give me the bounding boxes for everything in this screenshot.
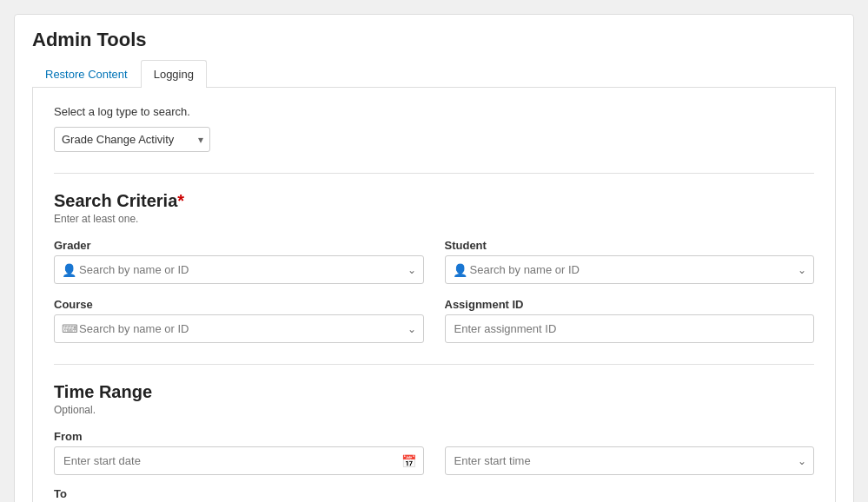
- grader-person-icon: 👤: [62, 263, 76, 277]
- tab-logging[interactable]: Logging: [141, 60, 207, 88]
- from-row: From 📅 ⌄: [54, 430, 814, 475]
- from-grid: 📅 ⌄: [54, 446, 814, 475]
- admin-tools-panel: Admin Tools Restore Content Logging Sele…: [14, 14, 854, 502]
- tab-bar: Restore Content Logging: [32, 60, 836, 88]
- student-person-icon: 👤: [453, 263, 467, 277]
- time-range-subtitle: Optional.: [54, 404, 814, 416]
- assignment-id-input[interactable]: [445, 314, 815, 343]
- criteria-form-grid: Grader 👤 ⌄ Student 👤 ⌄: [54, 239, 814, 343]
- log-type-section: Select a log type to search. Grade Chang…: [54, 105, 814, 152]
- course-label: Course: [54, 298, 424, 311]
- start-date-input[interactable]: [55, 447, 423, 474]
- start-time-input[interactable]: [446, 447, 814, 474]
- to-label: To: [54, 487, 814, 500]
- time-range-section: Time Range Optional. From 📅 ⌄: [54, 382, 814, 502]
- grader-input-wrapper[interactable]: 👤 ⌄: [54, 255, 424, 284]
- assignment-id-label: Assignment ID: [445, 298, 815, 311]
- main-panel: Select a log type to search. Grade Chang…: [32, 88, 836, 502]
- from-label: From: [54, 430, 814, 443]
- log-type-select-wrapper: Grade Change Activity: [54, 127, 210, 152]
- log-type-select[interactable]: Grade Change Activity: [54, 127, 210, 152]
- start-date-wrapper[interactable]: 📅: [54, 446, 424, 475]
- course-input[interactable]: [55, 315, 423, 342]
- assignment-id-field: Assignment ID: [445, 298, 815, 343]
- course-monitor-icon: ⌨: [62, 322, 78, 335]
- grader-label: Grader: [54, 239, 424, 252]
- criteria-title: Search Criteria*: [54, 191, 814, 211]
- start-time-wrapper[interactable]: ⌄: [445, 446, 815, 475]
- course-field: Course ⌨ ⌄: [54, 298, 424, 343]
- page-title: Admin Tools: [32, 29, 836, 51]
- tab-restore-content[interactable]: Restore Content: [32, 60, 141, 88]
- criteria-subtitle: Enter at least one.: [54, 213, 814, 225]
- grader-field: Grader 👤 ⌄: [54, 239, 424, 284]
- log-type-heading: Select a log type to search.: [54, 105, 814, 118]
- grader-input[interactable]: [55, 256, 423, 283]
- section-divider: [54, 173, 814, 174]
- student-input[interactable]: [446, 256, 814, 283]
- student-label: Student: [445, 239, 815, 252]
- time-range-title: Time Range: [54, 382, 814, 402]
- student-input-wrapper[interactable]: 👤 ⌄: [445, 255, 815, 284]
- search-criteria-section: Search Criteria* Enter at least one. Gra…: [54, 191, 814, 343]
- time-range-divider: [54, 364, 814, 365]
- to-row: To 📅 ⌄: [54, 487, 814, 502]
- required-star: *: [177, 191, 184, 210]
- student-field: Student 👤 ⌄: [445, 239, 815, 284]
- course-input-wrapper[interactable]: ⌨ ⌄: [54, 314, 424, 343]
